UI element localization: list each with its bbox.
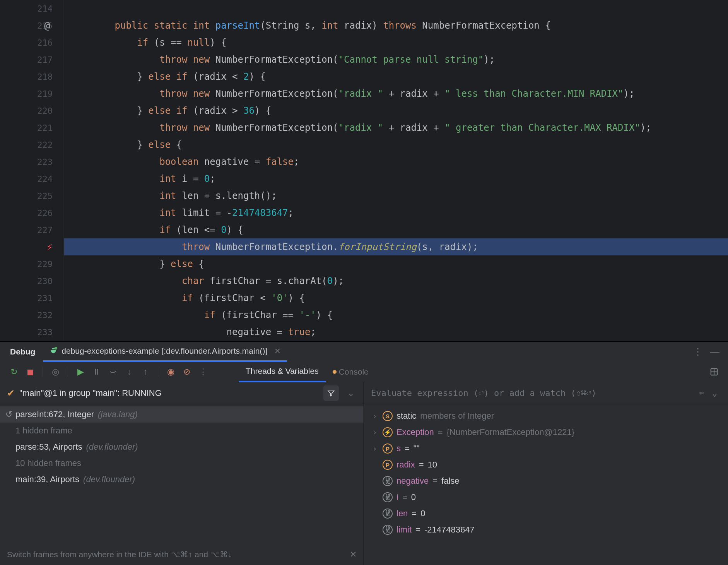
gutter-line[interactable]: 219 (0, 85, 63, 102)
gutter-line[interactable]: 214 (0, 0, 63, 17)
frames-pane: ✔ "main"@1 in group "main": RUNNING ⌄ ↺p… (0, 382, 364, 565)
code-line[interactable]: } else if (radix < 2) { (64, 68, 728, 85)
tab-threads-variables[interactable]: Threads & Variables (239, 361, 326, 382)
code-line[interactable]: } else if (radix > 36) { (64, 102, 728, 119)
run-config-tab[interactable]: debug-exceptions-example [:dev.flounder.… (43, 342, 287, 362)
expand-chevron-icon[interactable]: › (371, 445, 379, 453)
gutter-line[interactable]: 216 (0, 34, 63, 51)
code-line[interactable]: if (len <= 0) { (64, 221, 728, 238)
run-config-label: debug-exceptions-example [:dev.flounder.… (62, 346, 267, 356)
variable-row[interactable]: ›Sstatic members of Integer (364, 408, 728, 424)
stop-button[interactable]: ◼ (22, 364, 38, 380)
stack-frame[interactable]: parse:53, Airports (dev.flounder) (0, 439, 364, 455)
code-line[interactable]: int limit = -2147483647; (64, 204, 728, 221)
variable-kind-icon: 1001 (383, 525, 393, 535)
toolbar-more-icon[interactable]: ⋮ (195, 364, 211, 380)
resume-button[interactable]: ▶ (73, 364, 88, 380)
gutter-line[interactable]: 230 (0, 272, 63, 289)
code-line[interactable]: } else { (64, 255, 728, 272)
variable-row[interactable]: 1001limit = -2147483647 (364, 522, 728, 538)
variable-row[interactable]: 1001len = 0 (364, 505, 728, 522)
evaluate-placeholder: Evaluate expression (⏎) or add a watch (… (371, 388, 596, 398)
scissors-icon[interactable]: ✄ (696, 388, 708, 398)
code-line[interactable]: if (firstChar < '0') { (64, 289, 728, 306)
code-line[interactable]: throw NumberFormatException.forInputStri… (64, 238, 728, 255)
code-line[interactable]: throw new NumberFormatException("radix "… (64, 85, 728, 102)
variable-row[interactable]: ›⚡Exception = {NumberFormatException@122… (364, 424, 728, 440)
code-line[interactable] (64, 0, 728, 17)
chevron-down-icon[interactable]: ⌄ (343, 388, 357, 398)
tab-console[interactable]: Console (326, 361, 376, 382)
tool-window-title[interactable]: Debug (5, 347, 41, 356)
code-line[interactable]: boolean negative = false; (64, 153, 728, 170)
close-hint-icon[interactable]: ✕ (350, 550, 357, 560)
hint-bar: Switch frames from anywhere in the IDE w… (7, 550, 357, 560)
variable-row[interactable]: ›Ps = "" (364, 440, 728, 457)
gutter-line[interactable]: 223 (0, 153, 63, 170)
variable-kind-icon: S (383, 411, 393, 421)
code-line[interactable]: throw new NumberFormatException("Cannot … (64, 51, 728, 68)
code-line[interactable]: char firstChar = s.charAt(0); (64, 272, 728, 289)
stack-frame[interactable]: ↺parseInt:672, Integer (java.lang) (0, 406, 364, 423)
editor-code[interactable]: public static int parseInt(String s, int… (64, 0, 728, 341)
close-tab-icon[interactable]: ✕ (274, 346, 281, 356)
chevron-down-icon[interactable]: ⌄ (708, 388, 721, 398)
tool-window-header: Debug debug-exceptions-example [:dev.flo… (0, 341, 728, 361)
variable-row[interactable]: 1001i = 0 (364, 489, 728, 505)
variable-row[interactable]: 1001negative = false (364, 473, 728, 489)
code-line[interactable]: throw new NumberFormatException("radix "… (64, 119, 728, 136)
gutter-line[interactable]: 220 (0, 102, 63, 119)
expand-chevron-icon[interactable]: › (371, 428, 379, 437)
step-into-button[interactable]: ↓ (121, 364, 137, 380)
gutter-line[interactable]: 227 (0, 221, 63, 238)
stack-frame[interactable]: 10 hidden frames (0, 455, 364, 471)
mute-breakpoints-button[interactable]: ⊘ (179, 364, 195, 380)
step-out-button[interactable]: ↑ (138, 364, 153, 380)
debug-body: ✔ "main"@1 in group "main": RUNNING ⌄ ↺p… (0, 382, 728, 565)
code-line[interactable]: if (s == null) { (64, 34, 728, 51)
code-line[interactable]: int i = 0; (64, 170, 728, 187)
code-line[interactable]: int len = s.length(); (64, 187, 728, 204)
editor-gutter[interactable]: 214215@216217218219220221222223224225226… (0, 0, 64, 341)
code-line[interactable]: public static int parseInt(String s, int… (64, 17, 728, 34)
code-line[interactable]: if (firstChar == '-') { (64, 306, 728, 324)
code-line[interactable]: negative = true; (64, 324, 728, 341)
gutter-line[interactable]: 224 (0, 170, 63, 187)
step-over-button[interactable]: ⤻ (105, 364, 121, 380)
gutter-line[interactable]: 229 (0, 255, 63, 272)
gutter-line[interactable]: 218 (0, 68, 63, 85)
gutter-line[interactable]: 215@ (0, 17, 63, 34)
layout-settings-button[interactable] (706, 364, 722, 380)
gutter-line[interactable]: 231 (0, 289, 63, 306)
drop-frame-icon[interactable]: ↺ (5, 409, 12, 419)
breakpoint-icon[interactable]: ⚡ (46, 241, 53, 253)
pause-button[interactable]: ⏸ (89, 364, 104, 380)
gutter-line[interactable]: 233 (0, 324, 63, 341)
variables-list[interactable]: ›Sstatic members of Integer›⚡Exception =… (364, 404, 728, 542)
gutter-line[interactable]: 221 (0, 119, 63, 136)
minimize-icon[interactable]: — (706, 346, 723, 357)
thread-selector[interactable]: ✔ "main"@1 in group "main": RUNNING ⌄ (0, 382, 364, 404)
rerun-button[interactable]: ↻ (6, 364, 22, 380)
variable-kind-icon: P (383, 443, 393, 454)
more-icon[interactable]: ⋮ (689, 346, 706, 357)
gutter-line[interactable]: 222 (0, 136, 63, 153)
filter-button[interactable] (323, 385, 339, 401)
thread-status-label: "main"@1 in group "main": RUNNING (19, 388, 162, 398)
gutter-line[interactable]: ⚡ (0, 238, 63, 255)
view-breakpoints-button[interactable]: ◉ (163, 364, 178, 380)
evaluate-expression-input[interactable]: Evaluate expression (⏎) or add a watch (… (364, 382, 728, 404)
gutter-line[interactable]: 226 (0, 204, 63, 221)
gutter-line[interactable]: 217 (0, 51, 63, 68)
gutter-line[interactable]: 225 (0, 187, 63, 204)
stack-frame[interactable]: main:39, Airports (dev.flounder) (0, 471, 364, 488)
variable-row[interactable]: Pradix = 10 (364, 457, 728, 473)
gutter-line[interactable]: 232 (0, 306, 63, 324)
check-icon: ✔ (7, 388, 15, 399)
expand-chevron-icon[interactable]: › (371, 412, 379, 420)
show-execution-point-button[interactable]: ◎ (48, 364, 63, 380)
override-annotation-icon[interactable]: @ (44, 20, 50, 31)
frames-list[interactable]: ↺parseInt:672, Integer (java.lang)1 hidd… (0, 404, 364, 490)
stack-frame[interactable]: 1 hidden frame (0, 423, 364, 439)
code-line[interactable]: } else { (64, 136, 728, 153)
